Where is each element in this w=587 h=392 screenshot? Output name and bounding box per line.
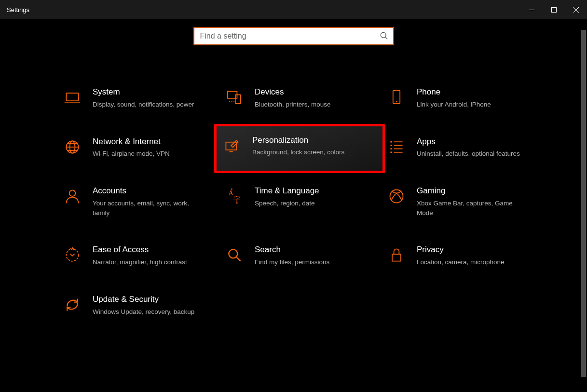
category-text: SystemDisplay, sound, notifications, pow… [93,87,194,109]
search-box[interactable] [193,27,394,45]
maximize-button[interactable] [543,0,565,19]
scrollbar-thumb[interactable] [581,30,586,377]
category-subtitle: Wi-Fi, airplane mode, VPN [93,149,170,159]
category-devices[interactable]: DevicesBluetooth, printers, mouse [222,83,381,113]
category-title: Phone [417,87,491,98]
lock-icon [387,245,406,265]
apps-icon [387,137,406,157]
category-network[interactable]: Network & InternetWi-Fi, airplane mode, … [60,133,219,163]
content-area: SystemDisplay, sound, notifications, pow… [0,27,587,392]
category-text: PrivacyLocation, camera, microphone [417,244,505,267]
ease-icon [63,245,82,265]
language-icon [225,187,244,206]
category-phone[interactable]: PhoneLink your Android, iPhone [384,83,543,113]
person-icon [63,187,82,206]
titlebar: Settings [0,0,587,19]
category-text: AccountsYour accounts, email, sync, work… [93,186,199,217]
window-title: Settings [7,6,29,14]
xbox-icon [387,187,406,206]
category-update[interactable]: Update & SecurityWindows Update, recover… [60,290,219,321]
category-title: Network & Internet [93,136,170,148]
category-subtitle: Display, sound, notifications, power [93,100,194,109]
category-title: Devices [255,87,331,98]
category-title: Search [255,244,329,256]
category-subtitle: Find my files, permissions [255,257,329,267]
close-button[interactable] [565,0,587,19]
category-gaming[interactable]: GamingXbox Game Bar, captures, Game Mode [384,182,543,221]
category-subtitle: Narrator, magnifier, high contrast [93,257,187,267]
category-privacy[interactable]: PrivacyLocation, camera, microphone [384,241,543,271]
category-title: System [93,87,194,98]
category-subtitle: Uninstall, defaults, optional features [417,149,520,159]
category-subtitle: Your accounts, email, sync, work, family [93,199,199,217]
category-text: Ease of AccessNarrator, magnifier, high … [93,244,187,267]
personalize-icon [222,136,242,155]
category-subtitle: Link your Android, iPhone [417,100,491,109]
svg-point-4 [381,32,386,38]
phone-icon [387,88,406,107]
category-apps[interactable]: AppsUninstall, defaults, optional featur… [384,133,543,163]
category-text: PhoneLink your Android, iPhone [417,87,491,109]
category-text: PersonalizationBackground, lock screen, … [252,135,344,158]
category-subtitle: Bluetooth, printers, mouse [255,100,331,109]
category-time[interactable]: Time & LanguageSpeech, region, date [222,182,381,212]
category-accounts[interactable]: AccountsYour accounts, email, sync, work… [60,182,219,221]
category-subtitle: Location, camera, microphone [417,257,505,267]
category-text: SearchFind my files, permissions [255,244,329,267]
search-input[interactable] [200,32,380,41]
category-title: Update & Security [93,294,194,305]
category-system[interactable]: SystemDisplay, sound, notifications, pow… [60,83,219,113]
category-subtitle: Windows Update, recovery, backup [93,307,194,317]
category-text: Network & InternetWi-Fi, airplane mode, … [93,136,170,159]
category-title: Privacy [417,244,505,256]
category-personalization[interactable]: PersonalizationBackground, lock screen, … [214,124,385,174]
laptop-icon [63,88,82,107]
category-text: GamingXbox Game Bar, captures, Game Mode [417,186,523,217]
svg-line-5 [385,37,387,39]
svg-rect-1 [551,7,556,12]
devices-icon [225,88,244,107]
search-row [24,27,563,45]
settings-grid: SystemDisplay, sound, notifications, pow… [60,83,563,320]
category-title: Time & Language [255,186,319,197]
globe-icon [63,137,82,157]
category-text: Update & SecurityWindows Update, recover… [93,294,194,317]
search-cat-icon [225,245,244,265]
category-text: Time & LanguageSpeech, region, date [255,186,319,208]
search-icon [380,31,388,41]
category-title: Personalization [252,135,344,146]
category-title: Apps [417,136,520,148]
category-subtitle: Background, lock screen, colors [252,148,344,157]
category-text: AppsUninstall, defaults, optional featur… [417,136,520,159]
category-title: Gaming [417,186,523,197]
category-title: Accounts [93,186,199,197]
scrollbar[interactable] [581,30,586,377]
update-icon [63,295,82,314]
category-search[interactable]: SearchFind my files, permissions [222,241,381,271]
category-subtitle: Speech, region, date [255,199,319,208]
minimize-button[interactable] [520,0,543,19]
category-subtitle: Xbox Game Bar, captures, Game Mode [417,199,523,217]
category-ease[interactable]: Ease of AccessNarrator, magnifier, high … [60,241,219,271]
category-text: DevicesBluetooth, printers, mouse [255,87,331,109]
category-title: Ease of Access [93,244,187,256]
window-controls [520,0,587,19]
